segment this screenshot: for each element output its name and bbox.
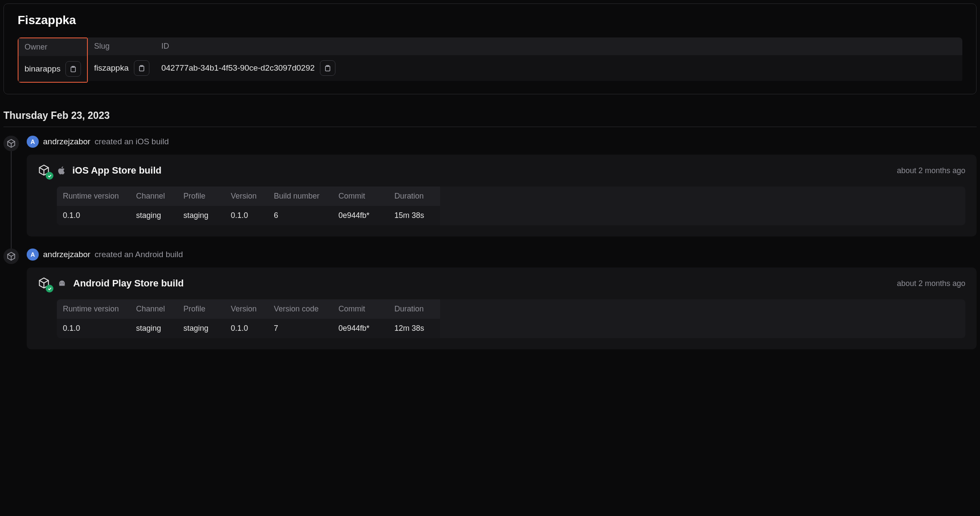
col-header: Version bbox=[225, 299, 268, 319]
meta-owner-value: binarapps bbox=[25, 64, 60, 74]
copy-slug-button[interactable] bbox=[134, 60, 149, 76]
event-user[interactable]: andrzejzabor bbox=[43, 250, 90, 259]
cell-runtime: 0.1.0 bbox=[57, 206, 130, 225]
meta-id-value: 042777ab-34b1-4f53-90ce-d2c3097d0292 bbox=[161, 63, 315, 73]
date-header: Thursday Feb 23, 2023 bbox=[3, 110, 977, 127]
event-action: created an Android build bbox=[95, 250, 183, 259]
cell-duration: 12m 38s bbox=[388, 319, 440, 338]
col-header: Duration bbox=[388, 299, 440, 319]
meta-slug-value: fiszappka bbox=[94, 63, 128, 73]
build-time: about 2 months ago bbox=[897, 166, 965, 175]
col-header: Profile bbox=[177, 299, 225, 319]
build-details-table: Runtime version Channel Profile Version … bbox=[57, 299, 965, 338]
cell-channel: staging bbox=[130, 206, 177, 225]
svg-rect-3 bbox=[139, 66, 144, 71]
svg-rect-1 bbox=[71, 67, 76, 72]
col-header: Commit bbox=[332, 299, 388, 319]
clipboard-icon bbox=[69, 65, 77, 73]
meta-col-owner: Owner binarapps bbox=[18, 37, 88, 83]
col-header: Channel bbox=[130, 187, 177, 206]
build-status-icon bbox=[38, 164, 51, 177]
cell-buildnum: 6 bbox=[268, 206, 332, 225]
copy-owner-button[interactable] bbox=[65, 61, 81, 77]
build-details-table: Runtime version Channel Profile Version … bbox=[57, 187, 965, 225]
col-header: Version bbox=[225, 187, 268, 206]
cell-version: 0.1.0 bbox=[225, 319, 268, 338]
timeline-connector bbox=[11, 151, 12, 257]
build-title: iOS App Store build bbox=[72, 165, 161, 176]
cell-commit: 0e944fb* bbox=[332, 319, 388, 338]
build-card[interactable]: iOS App Store build about 2 months ago R… bbox=[27, 155, 977, 236]
timeline-cube-icon bbox=[3, 249, 19, 264]
cell-duration: 15m 38s bbox=[388, 206, 440, 225]
col-header: Duration bbox=[388, 187, 440, 206]
avatar: A bbox=[27, 136, 39, 148]
check-icon bbox=[46, 285, 53, 292]
cell-channel: staging bbox=[130, 319, 177, 338]
event-action: created an iOS build bbox=[95, 137, 169, 146]
col-header: Profile bbox=[177, 187, 225, 206]
cell-runtime: 0.1.0 bbox=[57, 319, 130, 338]
svg-point-6 bbox=[60, 283, 61, 283]
event-user[interactable]: andrzejzabor bbox=[43, 137, 90, 146]
svg-point-7 bbox=[63, 283, 64, 283]
col-header: Commit bbox=[332, 187, 388, 206]
build-title: Android Play Store build bbox=[73, 278, 184, 289]
meta-col-slug: Slug fiszappka bbox=[88, 37, 155, 83]
copy-id-button[interactable] bbox=[320, 60, 335, 76]
android-icon bbox=[57, 279, 67, 288]
meta-id-label: ID bbox=[155, 37, 962, 55]
project-meta-table: Owner binarapps Slug fiszappka bbox=[18, 37, 962, 83]
event-header: A andrzejzabor created an iOS build bbox=[27, 136, 977, 148]
col-header: Runtime version bbox=[57, 299, 130, 319]
build-card[interactable]: Android Play Store build about 2 months … bbox=[27, 267, 977, 349]
meta-owner-label: Owner bbox=[19, 38, 87, 56]
cell-profile: staging bbox=[177, 206, 225, 225]
col-header: Version code bbox=[268, 299, 332, 319]
timeline-event: A andrzejzabor created an Android build bbox=[3, 249, 977, 361]
meta-col-id: ID 042777ab-34b1-4f53-90ce-d2c3097d0292 bbox=[155, 37, 962, 83]
build-status-icon bbox=[38, 277, 51, 290]
clipboard-icon bbox=[324, 64, 332, 72]
svg-rect-5 bbox=[326, 66, 330, 71]
event-header: A andrzejzabor created an Android build bbox=[27, 249, 977, 261]
timeline: A andrzejzabor created an iOS build bbox=[3, 136, 977, 361]
apple-icon bbox=[57, 166, 66, 175]
timeline-cube-icon bbox=[3, 136, 19, 151]
project-title: Fiszappka bbox=[18, 13, 962, 27]
clipboard-icon bbox=[138, 64, 146, 72]
cell-commit: 0e944fb* bbox=[332, 206, 388, 225]
col-header: Channel bbox=[130, 299, 177, 319]
cell-version: 0.1.0 bbox=[225, 206, 268, 225]
check-icon bbox=[46, 172, 53, 180]
col-header: Runtime version bbox=[57, 187, 130, 206]
build-time: about 2 months ago bbox=[897, 279, 965, 288]
meta-slug-label: Slug bbox=[88, 37, 155, 55]
cell-versioncode: 7 bbox=[268, 319, 332, 338]
project-card: Fiszappka Owner binarapps Slug fiszappka bbox=[3, 3, 977, 94]
col-header: Build number bbox=[268, 187, 332, 206]
avatar: A bbox=[27, 249, 39, 261]
timeline-event: A andrzejzabor created an iOS build bbox=[3, 136, 977, 249]
cell-profile: staging bbox=[177, 319, 225, 338]
